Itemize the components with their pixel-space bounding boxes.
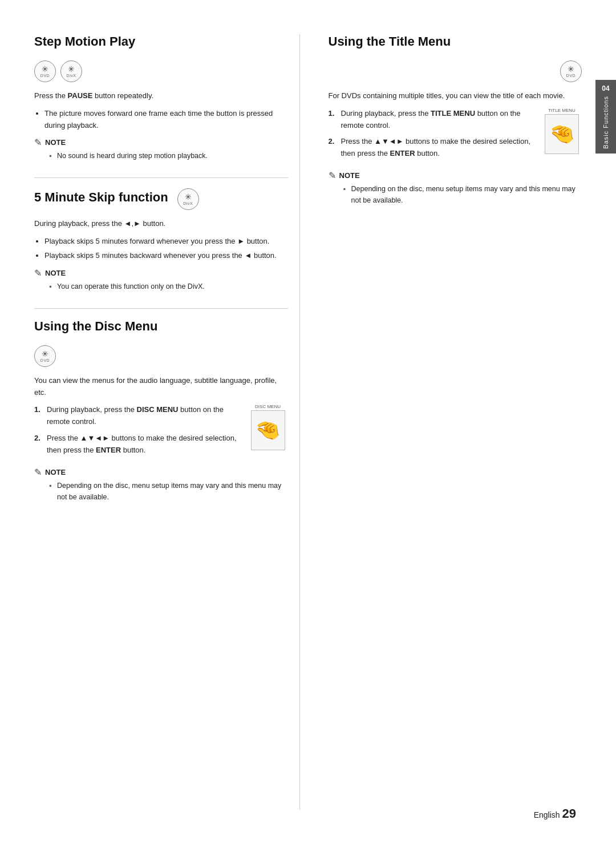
disc-menu-steps: 1. During playback, press the DISC MENU …: [34, 404, 242, 462]
title-remote-label: TITLE MENU: [548, 108, 576, 113]
disc-remote-image: 🤏: [251, 410, 285, 450]
dvd-asterisk: ✳: [42, 65, 48, 73]
divx-asterisk: ✳: [68, 65, 75, 73]
divx-label: DivX: [67, 74, 76, 78]
step-motion-note-header: ✎ NOTE: [34, 137, 288, 148]
title-menu-step-2: 2. Press the ▲▼◄► buttons to make the de…: [329, 136, 537, 160]
disc-menu-note: ✎ NOTE Depending on the disc, menu setup…: [34, 467, 288, 503]
disc-menu-title: Using the Disc Menu: [34, 319, 288, 337]
step-motion-buttons: ✳ DVD ✳ DivX: [34, 60, 288, 82]
title-menu-step-1: 1. During playback, press the TITLE MENU…: [329, 108, 537, 132]
title-step-2-bold: ENTER: [390, 149, 415, 158]
disc-hand-icon: 🤏: [255, 418, 281, 442]
title-step-1-num: 1.: [329, 108, 338, 132]
skip-divx-label: DivX: [183, 201, 193, 205]
title-menu-steps: 1. During playback, press the TITLE MENU…: [329, 108, 537, 165]
step-motion-title: Step Motion Play: [34, 34, 288, 53]
step-motion-bullets: The picture moves forward one frame each…: [44, 108, 288, 132]
disc-dvd-button-icon: ✳ DVD: [34, 345, 56, 367]
title-dvd-button-icon: ✳ DVD: [560, 60, 582, 82]
five-minute-intro: During playback, press the ◄,► button.: [34, 218, 288, 230]
divx-button-icon: ✳ DivX: [60, 60, 82, 82]
note-icon-1: ✎: [34, 137, 42, 148]
disc-remote-container: DISC MENU 🤏: [248, 404, 288, 450]
disc-menu-buttons: ✳ DVD: [34, 345, 288, 367]
disc-step-1-bold: DISC MENU: [137, 405, 179, 414]
five-minute-note: ✎ NOTE You can operate this function onl…: [34, 268, 288, 292]
disc-menu-note-header: ✎ NOTE: [34, 467, 288, 478]
note-label-4: NOTE: [339, 171, 360, 180]
title-remote-image: 🤏: [545, 114, 579, 154]
left-column: Step Motion Play ✳ DVD ✳ DivX Press the …: [34, 34, 300, 810]
dvd-button-icon: ✳ DVD: [34, 60, 56, 82]
content-area: Step Motion Play ✳ DVD ✳ DivX Press the …: [34, 34, 582, 810]
five-minute-note-1: You can operate this function only on th…: [49, 281, 288, 292]
divider-1: [34, 177, 288, 178]
title-menu-note-list: Depending on the disc, menu setup items …: [343, 183, 582, 206]
title-step-1-pre: During playback, press the: [341, 109, 431, 118]
five-minute-bullet-2: Playback skips 5 minutes backward whenev…: [44, 250, 288, 262]
disc-menu-note-1: Depending on the disc, menu setup items …: [49, 480, 288, 503]
five-minute-note-header: ✎ NOTE: [34, 268, 288, 278]
step-motion-intro-post: button repeatedly.: [92, 91, 153, 100]
disc-menu-step-2: 2. Press the ▲▼◄► buttons to make the de…: [34, 433, 242, 457]
disc-step-2-text: Press the ▲▼◄► buttons to make the desir…: [47, 433, 242, 457]
title-step-2-num: 2.: [329, 136, 338, 160]
disc-step-2-num: 2.: [34, 433, 43, 457]
title-menu-note: ✎ NOTE Depending on the disc, menu setup…: [329, 170, 582, 206]
title-dvd-label: DVD: [566, 74, 576, 78]
skip-divx-asterisk: ✳: [185, 193, 192, 201]
title-menu-buttons: ✳ DVD: [329, 60, 582, 82]
disc-step-2-bold: ENTER: [96, 446, 121, 454]
title-step-2-post: button.: [415, 149, 440, 158]
title-dvd-asterisk: ✳: [568, 65, 574, 73]
title-menu-note-header: ✎ NOTE: [329, 170, 582, 181]
note-label-1: NOTE: [45, 138, 66, 147]
title-step-1-bold: TITLE MENU: [431, 109, 475, 118]
note-label-3: NOTE: [45, 468, 66, 476]
title-menu-steps-container: 1. During playback, press the TITLE MENU…: [329, 108, 582, 165]
disc-remote-label: DISC MENU: [255, 404, 281, 409]
step-motion-intro-pre: Press the: [34, 91, 68, 100]
disc-menu-section: Using the Disc Menu ✳ DVD You can view t…: [34, 319, 288, 503]
title-menu-title: Using the Title Menu: [329, 34, 582, 53]
right-column: Using the Title Menu ✳ DVD For DVDs cont…: [323, 34, 582, 810]
five-minute-bullet-1: Playback skips 5 minutes forward wheneve…: [44, 236, 288, 248]
five-minute-title: 5 Minute Skip function: [34, 190, 168, 208]
title-menu-section: Using the Title Menu ✳ DVD For DVDs cont…: [329, 34, 582, 206]
disc-step-1-num: 1.: [34, 404, 43, 428]
disc-menu-numbered-list: 1. During playback, press the DISC MENU …: [34, 404, 242, 456]
disc-menu-step-1: 1. During playback, press the DISC MENU …: [34, 404, 242, 428]
disc-menu-note-list: Depending on the disc, menu setup items …: [49, 480, 288, 503]
step-motion-play-section: Step Motion Play ✳ DVD ✳ DivX Press the …: [34, 34, 288, 161]
disc-step-2-post: button.: [121, 446, 145, 454]
title-remote-container: TITLE MENU 🤏: [542, 108, 582, 154]
disc-step-1-pre: During playback, press the: [47, 405, 137, 414]
note-icon-4: ✎: [329, 170, 336, 181]
disc-step-1-text: During playback, press the DISC MENU but…: [47, 404, 242, 428]
step-motion-intro: Press the PAUSE button repeatedly.: [34, 90, 288, 102]
page-number: 29: [562, 806, 576, 821]
five-minute-bullets: Playback skips 5 minutes forward wheneve…: [44, 236, 288, 262]
step-motion-pause-bold: PAUSE: [68, 91, 93, 100]
title-menu-numbered-list: 1. During playback, press the TITLE MENU…: [329, 108, 537, 160]
disc-menu-steps-container: 1. During playback, press the DISC MENU …: [34, 404, 288, 462]
note-icon-2: ✎: [34, 268, 42, 278]
step-motion-note: ✎ NOTE No sound is heard during step mot…: [34, 137, 288, 161]
step-motion-bullet-1: The picture moves forward one frame each…: [44, 108, 288, 132]
title-step-2-text: Press the ▲▼◄► buttons to make the desir…: [341, 136, 537, 160]
title-step-1-text: During playback, press the TITLE MENU bu…: [341, 108, 537, 132]
disc-dvd-asterisk: ✳: [42, 350, 48, 358]
page-container: Step Motion Play ✳ DVD ✳ DivX Press the …: [0, 0, 616, 844]
title-menu-intro: For DVDs containing multiple titles, you…: [329, 90, 582, 102]
note-icon-3: ✎: [34, 467, 42, 478]
step-motion-note-list: No sound is heard during step motion pla…: [49, 150, 288, 161]
dvd-label: DVD: [40, 74, 50, 78]
title-menu-note-1: Depending on the disc, menu setup items …: [343, 183, 582, 206]
disc-dvd-label: DVD: [40, 358, 50, 362]
skip-divx-button-icon: ✳ DivX: [177, 188, 199, 210]
step-motion-note-1: No sound is heard during step motion pla…: [49, 150, 288, 161]
disc-menu-intro: You can view the menus for the audio lan…: [34, 375, 288, 399]
page-footer: English 29: [534, 806, 576, 821]
five-minute-skip-section: 5 Minute Skip function ✳ DivX During pla…: [34, 188, 288, 292]
